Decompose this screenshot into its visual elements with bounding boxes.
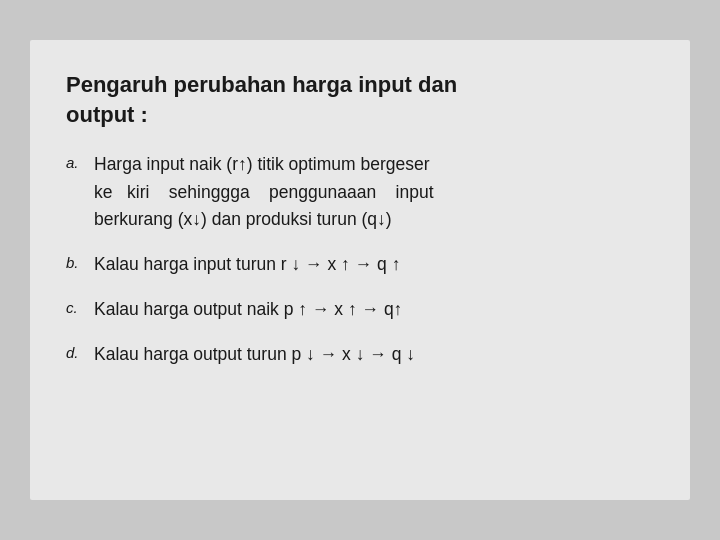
list-item-c: c. Kalau harga output naik p ↑ → x ↑ → q… [66, 296, 654, 323]
item-label-a: a. [66, 151, 94, 175]
list-item-b: b. Kalau harga input turun r ↓ → x ↑ → q… [66, 251, 654, 278]
item-label-c: c. [66, 296, 94, 320]
item-label-d: d. [66, 341, 94, 365]
title-line1: Pengaruh perubahan harga input dan [66, 70, 654, 100]
content-card: Pengaruh perubahan harga input dan outpu… [30, 40, 690, 500]
title-line2: output : [66, 100, 654, 130]
item-content-c: Kalau harga output naik p ↑ → x ↑ → q↑ [94, 296, 654, 323]
item-content-a: Harga input naik (r↑) titik optimum berg… [94, 151, 654, 232]
content-list: a. Harga input naik (r↑) titik optimum b… [66, 151, 654, 368]
item-content-b: Kalau harga input turun r ↓ → x ↑ → q ↑ [94, 251, 654, 278]
title-block: Pengaruh perubahan harga input dan outpu… [66, 70, 654, 129]
list-item-a: a. Harga input naik (r↑) titik optimum b… [66, 151, 654, 232]
item-content-d: Kalau harga output turun p ↓ → x ↓ → q ↓ [94, 341, 654, 368]
list-item-d: d. Kalau harga output turun p ↓ → x ↓ → … [66, 341, 654, 368]
item-label-b: b. [66, 251, 94, 275]
